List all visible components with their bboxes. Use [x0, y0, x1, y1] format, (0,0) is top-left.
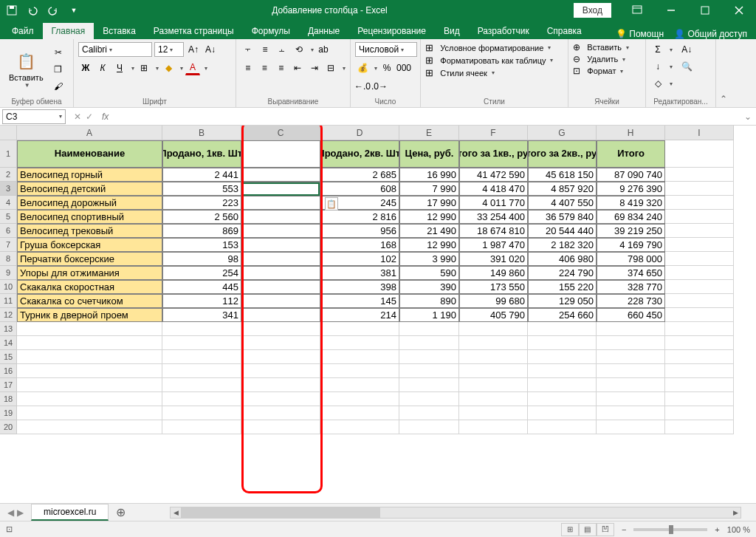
data-cell[interactable]: 17 990 [399, 196, 459, 210]
underline-button[interactable]: Ч [112, 61, 127, 75]
data-cell[interactable]: 4 169 790 [597, 238, 665, 252]
cell-styles-button[interactable]: ⊞ Стили ячеек▾ [425, 67, 563, 78]
add-sheet-button[interactable]: ⊕ [109, 505, 133, 519]
cell[interactable] [665, 168, 734, 182]
data-cell[interactable] [241, 182, 320, 196]
cell[interactable] [17, 420, 162, 434]
cell[interactable] [459, 336, 528, 350]
cell[interactable] [665, 364, 734, 378]
data-cell[interactable]: 590 [399, 266, 459, 280]
enter-formula-icon[interactable]: ✓ [86, 112, 93, 122]
row-header[interactable]: 10 [0, 280, 17, 294]
increase-font-icon[interactable]: A↑ [186, 42, 201, 57]
spreadsheet-grid[interactable]: ABCDEFGHI 123456789101112131415161718192… [0, 126, 756, 496]
data-cell[interactable]: 98 [162, 252, 241, 266]
cell[interactable] [17, 350, 162, 364]
row-header[interactable]: 5 [0, 210, 17, 224]
minimize-icon[interactable] [654, 0, 688, 21]
cell[interactable] [320, 322, 399, 336]
name-cell[interactable]: Перчатки боксерские [17, 252, 162, 266]
merge-icon[interactable]: ⊟ [324, 61, 339, 75]
row-headers[interactable]: 1234567891011121314151617181920 [0, 140, 17, 434]
align-bottom-icon[interactable]: ⫠ [275, 42, 289, 57]
cell[interactable] [528, 406, 597, 420]
cell[interactable] [597, 364, 665, 378]
column-header[interactable]: F [459, 126, 528, 140]
cell[interactable] [459, 378, 528, 392]
number-format-combo[interactable]: Числовой▾ [355, 42, 417, 57]
italic-button[interactable]: К [95, 61, 110, 75]
fill-icon[interactable]: ↓ [650, 59, 665, 74]
data-cell[interactable]: 381 [320, 266, 399, 280]
align-center-icon[interactable]: ≡ [258, 61, 272, 75]
data-cell[interactable] [241, 224, 320, 238]
data-cell[interactable]: 660 450 [597, 308, 665, 322]
data-cell[interactable]: 956 [320, 224, 399, 238]
row-header[interactable]: 12 [0, 308, 17, 322]
data-cell[interactable]: 406 980 [528, 252, 597, 266]
data-cell[interactable]: 445 [162, 280, 241, 294]
cell[interactable] [241, 378, 320, 392]
data-cell[interactable]: 129 050 [528, 294, 597, 308]
header-cell[interactable]: Наименование [17, 140, 162, 168]
zoom-in-button[interactable]: + [715, 525, 719, 534]
column-header[interactable]: G [528, 126, 597, 140]
cell[interactable] [320, 336, 399, 350]
cell[interactable] [459, 406, 528, 420]
row-header[interactable]: 8 [0, 252, 17, 266]
data-cell[interactable]: 21 490 [399, 224, 459, 238]
find-icon[interactable]: 🔍 [679, 59, 694, 74]
redo-icon[interactable] [46, 3, 61, 18]
cell[interactable] [241, 336, 320, 350]
name-cell[interactable]: Велосипед горный [17, 168, 162, 182]
data-cell[interactable]: 149 860 [459, 266, 528, 280]
cell[interactable] [528, 322, 597, 336]
data-cell[interactable]: 2 816 [320, 210, 399, 224]
paste-button[interactable]: 📋 Вставить ▼ [4, 42, 48, 96]
cell[interactable] [665, 238, 734, 252]
cell[interactable] [665, 392, 734, 406]
cell[interactable] [597, 406, 665, 420]
data-cell[interactable]: 798 000 [597, 252, 665, 266]
data-cell[interactable]: 9 276 390 [597, 182, 665, 196]
row-header[interactable]: 17 [0, 378, 17, 392]
cell[interactable] [597, 392, 665, 406]
cell[interactable] [665, 140, 734, 168]
normal-view-icon[interactable]: ⊞ [561, 523, 579, 536]
data-cell[interactable]: 45 618 150 [528, 168, 597, 182]
data-cell[interactable] [241, 210, 320, 224]
row-header[interactable]: 13 [0, 322, 17, 336]
data-cell[interactable]: 102 [320, 252, 399, 266]
cell[interactable] [17, 392, 162, 406]
column-header[interactable]: A [17, 126, 162, 140]
data-cell[interactable]: 254 [162, 266, 241, 280]
format-cells-button[interactable]: ⊡ Формат▾ [573, 66, 641, 76]
data-cell[interactable] [241, 252, 320, 266]
data-cell[interactable]: 99 680 [459, 294, 528, 308]
zoom-slider[interactable] [633, 528, 707, 531]
data-cell[interactable]: 173 550 [459, 280, 528, 294]
data-cell[interactable]: 20 544 440 [528, 224, 597, 238]
horizontal-scrollbar[interactable]: ◀ ▶ [170, 507, 741, 519]
cell[interactable] [597, 350, 665, 364]
header-cell[interactable]: Итого [597, 140, 665, 168]
data-cell[interactable]: 16 990 [399, 168, 459, 182]
cell[interactable] [597, 378, 665, 392]
increase-indent-icon[interactable]: ⇥ [307, 61, 322, 75]
header-cell[interactable]: Продано, 1кв. Шт. [162, 140, 241, 168]
cell[interactable] [665, 182, 734, 196]
cell[interactable] [528, 392, 597, 406]
save-icon[interactable] [4, 3, 19, 18]
cell[interactable] [162, 364, 241, 378]
cell[interactable] [665, 252, 734, 266]
tab-developer[interactable]: Разработчик [469, 23, 538, 39]
data-cell[interactable]: 87 090 740 [597, 168, 665, 182]
maximize-icon[interactable] [688, 0, 722, 21]
tab-data[interactable]: Данные [299, 23, 348, 39]
undo-icon[interactable] [25, 3, 40, 18]
cell[interactable] [17, 336, 162, 350]
select-all-corner[interactable] [0, 126, 17, 140]
sheet-nav-prev-icon[interactable]: ◀ [7, 507, 14, 518]
cell[interactable] [528, 420, 597, 434]
fill-color-icon[interactable]: ◆ [161, 61, 176, 75]
